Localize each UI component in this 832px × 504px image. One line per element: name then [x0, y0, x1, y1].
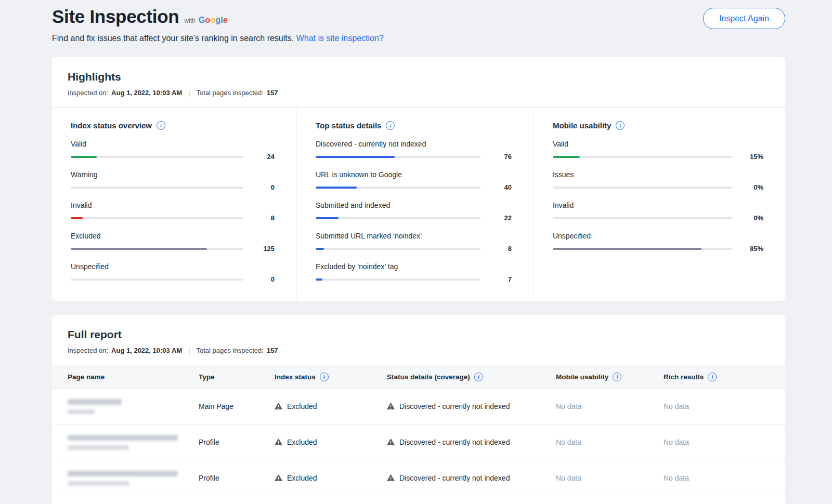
index-status-label: Excluded: [287, 402, 317, 410]
highlights-title: Highlights: [68, 71, 770, 83]
status-details-cell: Discovered - currently not indexed: [387, 474, 556, 482]
info-icon[interactable]: i: [157, 121, 165, 130]
column-header-label: Type: [199, 373, 215, 381]
inspected-on-label: Inspected on:: [68, 347, 108, 354]
info-icon[interactable]: i: [616, 121, 625, 130]
full-report-card: Full report Inspected on: Aug 1, 2022, 1…: [52, 315, 785, 504]
rich-results-value: No data: [664, 402, 785, 410]
info-icon[interactable]: i: [613, 373, 621, 381]
page-type: Main Page: [199, 402, 275, 410]
stat-label: Submitted and indexed: [316, 201, 512, 209]
stat-progress-bar: [553, 156, 732, 158]
column-header-label: Index status: [275, 373, 316, 381]
table-header-row: Page name i Type i Index status i Status…: [52, 365, 785, 389]
stat-label: Invalid: [71, 201, 275, 209]
stat-label: Invalid: [553, 201, 763, 209]
stat-progress-bar: [316, 156, 480, 158]
stat-label: Issues: [553, 170, 763, 179]
status-details-cell: Discovered - currently not indexed: [387, 402, 556, 410]
table-row[interactable]: Profile Excluded Discovered - currently …: [52, 425, 785, 460]
column-header: Type i: [199, 373, 275, 381]
stat-label: Unspecified: [553, 232, 763, 240]
stat-row: Issues 0%: [553, 170, 763, 191]
google-letter: g: [215, 16, 220, 24]
column-header-label: Status details (coverage): [387, 373, 470, 381]
google-letter: e: [223, 16, 228, 24]
stat-value: 15%: [739, 153, 763, 161]
page-title: Site Inspection: [52, 6, 179, 27]
highlights-panel: Mobile usability i Valid 15% Issues 0% I…: [534, 108, 785, 301]
stat-label: Warning: [71, 170, 275, 179]
stat-progress-bar: [71, 187, 243, 189]
page-name-redacted: [68, 471, 199, 486]
what-is-site-inspection-link[interactable]: What is site inspection?: [296, 34, 384, 43]
stat-row: Submitted and indexed 22: [316, 201, 512, 222]
table-row[interactable]: Profile Excluded Discovered - currently …: [52, 460, 785, 496]
stat-value: 0: [251, 183, 275, 191]
stat-label: Valid: [71, 140, 275, 148]
page-header: Site Inspection with Google Find and fix…: [52, 6, 785, 43]
title-block: Site Inspection with Google Find and fix…: [52, 6, 384, 43]
stat-progress-bar: [316, 248, 480, 250]
index-status-cell: Excluded: [275, 474, 387, 482]
stat-value: 40: [488, 183, 512, 191]
status-details-label: Discovered - currently not indexed: [399, 474, 510, 482]
site-inspection-page: Site Inspection with Google Find and fix…: [0, 0, 832, 504]
stat-row: Excluded by ‘noindex’ tag 7: [316, 262, 512, 283]
column-header: Mobile usability i: [556, 373, 664, 381]
info-icon[interactable]: i: [320, 373, 329, 381]
redacted-text-line: [68, 409, 95, 414]
page-type: Profile: [199, 438, 275, 446]
stat-label: URL is unknown to Google: [316, 170, 512, 179]
stat-row: Warning 0: [71, 170, 275, 191]
warning-icon: [275, 403, 282, 410]
column-header: Page name i: [68, 373, 199, 381]
full-report-table: Page name i Type i Index status i Status…: [52, 365, 785, 504]
stat-progress-bar: [71, 248, 243, 250]
index-status-cell: Excluded: [275, 402, 387, 410]
inspected-on-value: Aug 1, 2022, 10:03 AM: [111, 89, 182, 97]
full-report-head: Full report Inspected on: Aug 1, 2022, 1…: [52, 315, 785, 365]
table-row[interactable]: Product ! Invalid ! Submitted, marked ‘n…: [52, 496, 785, 504]
info-icon[interactable]: i: [386, 121, 395, 130]
panel-title: Index status overview: [71, 121, 152, 130]
stat-label: Excluded: [71, 232, 275, 240]
page-name-redacted: [68, 435, 199, 450]
highlights-panel: Index status overview i Valid 24 Warning…: [52, 108, 296, 301]
stat-value: 76: [488, 153, 512, 161]
stat-row: Valid 24: [71, 140, 275, 161]
redacted-text-line: [68, 399, 122, 405]
with-label: with: [184, 17, 195, 24]
inspected-on-label: Inspected on:: [68, 89, 108, 97]
stat-value: 8: [251, 214, 275, 222]
stat-value: 85%: [739, 245, 763, 253]
stat-row: Discovered - currently not indexed 76: [316, 140, 512, 161]
stat-label: Excluded by ‘noindex’ tag: [316, 262, 512, 271]
warning-icon: [275, 439, 282, 446]
inspect-again-button[interactable]: Inspect Again: [703, 8, 785, 29]
redacted-text-line: [68, 471, 178, 476]
stat-progress-bar: [553, 248, 732, 250]
stat-row: Invalid 8: [71, 201, 275, 222]
total-pages-value: 157: [267, 347, 278, 354]
stat-progress-bar: [553, 187, 732, 189]
subtitle-text: Find and fix issues that affect your sit…: [52, 34, 294, 43]
highlights-panel: Top status details i Discovered - curren…: [296, 108, 534, 301]
google-letter: G: [199, 16, 205, 24]
stat-progress-bar: [71, 217, 243, 219]
full-report-title: Full report: [68, 328, 770, 341]
index-status-label: Excluded: [287, 474, 317, 482]
info-icon[interactable]: i: [708, 373, 717, 381]
column-header-label: Rich results: [664, 373, 704, 381]
column-header-label: Page name: [68, 373, 105, 381]
table-row[interactable]: Main Page Excluded Discovered - currentl…: [52, 389, 785, 425]
mobile-usability-value: No data: [556, 474, 664, 482]
stat-label: Unspecified: [71, 262, 275, 271]
panel-title: Top status details: [316, 121, 381, 130]
info-icon[interactable]: i: [474, 373, 483, 381]
stat-row: URL is unknown to Google 40: [316, 170, 512, 191]
index-status-label: Excluded: [287, 438, 317, 446]
redacted-text-line: [68, 435, 178, 441]
stat-row: Unspecified 85%: [553, 232, 763, 253]
rich-results-value: No data: [664, 438, 785, 446]
